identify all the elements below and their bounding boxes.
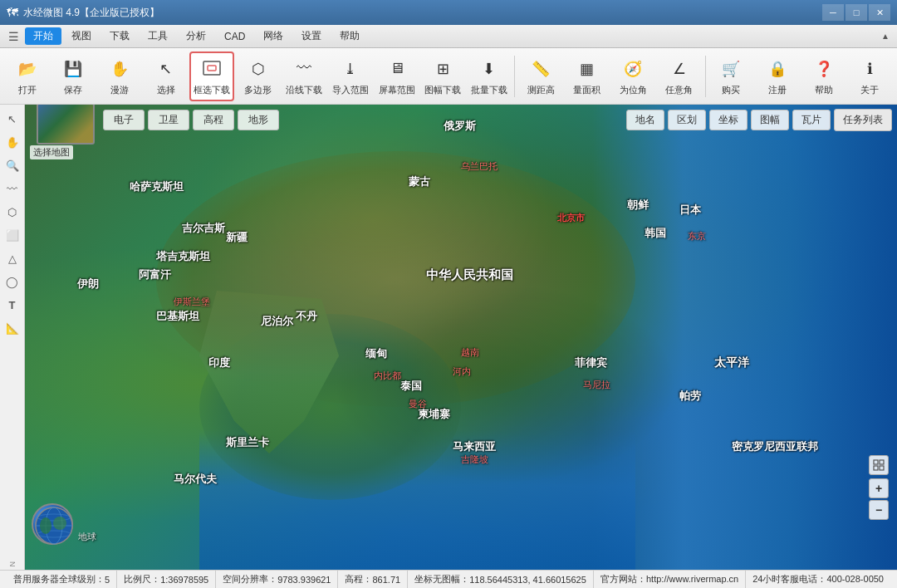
toolbar-separator-2 — [705, 56, 706, 97]
menu-item-view[interactable]: 视图 — [63, 27, 100, 46]
toolbar-screen-range-button[interactable]: 🖥 屏幕范围 — [375, 51, 419, 101]
purchase-icon: 🛒 — [718, 56, 743, 81]
toolbar-any-angle-button[interactable]: ∠ 任意角 — [657, 51, 702, 101]
toolbar-save-button[interactable]: 💾 保存 — [51, 51, 96, 101]
toolbar-filter-download-label: 框选下载 — [194, 84, 230, 96]
toolbar-measure-area-button[interactable]: ▦ 量面积 — [565, 51, 610, 101]
pan-icon: ✋ — [107, 56, 132, 81]
map-type-terrain-button[interactable]: 地形 — [238, 110, 279, 130]
left-tool-polygon[interactable]: ⬡ — [2, 201, 23, 223]
toolbar-orientation-label: 为位角 — [620, 84, 647, 96]
map-thumbnail[interactable] — [37, 105, 95, 145]
left-tool-rect[interactable]: ⬜ — [2, 224, 23, 246]
menu-collapse-button[interactable]: ▲ — [877, 28, 894, 45]
status-resolution: 空间分辨率： 9783.939621 — [216, 571, 338, 588]
toolbar-import-range-label: 导入范围 — [332, 84, 369, 96]
maximize-button[interactable]: □ — [846, 4, 867, 21]
status-server: 普用服务器全球 级别： 5 — [7, 571, 117, 588]
ocean-east — [592, 105, 898, 570]
left-panel: ↖ ✋ 🔍 〰 ⬡ ⬜ △ ◯ T 📐 N — [0, 105, 25, 570]
hamburger-menu[interactable]: ☰ — [3, 27, 23, 47]
toolbar-register-button[interactable]: 🔒 注册 — [755, 51, 800, 101]
left-tool-triangle[interactable]: △ — [2, 247, 23, 269]
toolbar-line-download-button[interactable]: 〰 沿线下载 — [282, 51, 327, 101]
toolbar-polygon-button[interactable]: ⬡ 多边形 — [236, 51, 281, 101]
open-icon: 📂 — [15, 56, 40, 81]
left-tool-select[interactable]: ↖ — [2, 108, 23, 130]
about-icon: ℹ — [857, 56, 882, 81]
map-nav-placename-button[interactable]: 地名 — [626, 110, 664, 130]
map-type-satellite-button[interactable]: 卫星 — [148, 110, 189, 130]
toolbar-filter-download-button[interactable]: 框选下载 — [189, 51, 234, 101]
toolbar: 📂 打开 💾 保存 ✋ 漫游 ↖ 选择 框选下载 ⬡ 多边形 〰 沿线下载 ⤓ … — [0, 48, 897, 105]
menubar: ☰ 开始 视图 下载 工具 分析 CAD 网络 设置 帮助 ▲ — [0, 25, 897, 48]
left-tool-text[interactable]: T — [2, 294, 23, 316]
toolbar-measure-area-label: 量面积 — [573, 84, 600, 96]
status-elevation: 高程： 861.71 — [338, 571, 408, 588]
svg-point-7 — [40, 517, 51, 534]
menu-item-cad[interactable]: CAD — [216, 28, 253, 45]
left-tool-measure[interactable]: 📐 — [2, 317, 23, 339]
close-button[interactable]: ✕ — [869, 4, 890, 21]
status-phone: 24小时客服电话：400-028-0050 — [746, 571, 890, 588]
globe-thumbnail[interactable] — [32, 503, 73, 545]
toolbar-select-button[interactable]: ↖ 选择 — [144, 51, 189, 101]
toolbar-any-angle-label: 任意角 — [665, 84, 693, 96]
toolbar-measure-height-button[interactable]: 📏 测距高 — [518, 51, 563, 101]
toolbar-map-download-button[interactable]: ⊞ 图幅下载 — [420, 51, 465, 101]
map-nav-division-button[interactable]: 区划 — [668, 110, 706, 130]
toolbar-save-label: 保存 — [64, 84, 82, 96]
save-icon: 💾 — [61, 56, 86, 81]
globe-label: 地球 — [78, 531, 96, 543]
orientation-icon: 🧭 — [620, 56, 645, 81]
svg-rect-0 — [203, 61, 220, 75]
left-tool-zoom[interactable]: 🔍 — [2, 154, 23, 176]
toolbar-pan-button[interactable]: ✋ 漫游 — [97, 51, 142, 101]
menu-item-tools[interactable]: 工具 — [140, 27, 176, 46]
menu-item-analysis[interactable]: 分析 — [178, 27, 214, 46]
left-tool-pan[interactable]: ✋ — [2, 131, 23, 153]
toolbar-purchase-button[interactable]: 🛒 购买 — [709, 51, 754, 101]
minimize-button[interactable]: ─ — [822, 4, 844, 21]
toolbar-batch-download-label: 批量下载 — [471, 84, 507, 96]
start-menu-button[interactable]: 开始 — [25, 27, 61, 45]
map-download-icon: ⊞ — [430, 56, 455, 81]
left-tool-line[interactable]: 〰 — [2, 178, 23, 199]
menu-item-help[interactable]: 帮助 — [331, 27, 368, 46]
titlebar: 🗺 水经微图 4.9【企业版已授权】 ─ □ ✕ — [0, 0, 897, 25]
toolbar-about-button[interactable]: ℹ 关于 — [847, 51, 892, 101]
svg-rect-11 — [874, 466, 878, 470]
toolbar-import-range-button[interactable]: ⤓ 导入范围 — [328, 51, 373, 101]
toolbar-screen-range-label: 屏幕范围 — [379, 84, 415, 96]
status-website-text: 官方网站：http://www.rivermap.cn — [600, 573, 738, 586]
map-type-electronic-button[interactable]: 电子 — [103, 110, 145, 130]
toolbar-polygon-label: 多边形 — [244, 84, 272, 96]
map-nav-coordinate-button[interactable]: 坐标 — [709, 110, 748, 130]
svg-rect-12 — [880, 466, 884, 470]
screen-range-icon: 🖥 — [385, 56, 409, 81]
resize-icon[interactable] — [869, 455, 889, 475]
map-type-elevation-button[interactable]: 高程 — [193, 110, 234, 130]
menu-item-settings[interactable]: 设置 — [293, 27, 330, 46]
zoom-out-button[interactable]: − — [869, 500, 889, 520]
map-view[interactable]: 选择地图 电子 卫星 高程 地形 地名 区划 坐标 图幅 瓦片 任务列表 俄罗斯… — [25, 105, 897, 570]
left-tool-circle[interactable]: ◯ — [2, 271, 23, 292]
svg-rect-1 — [208, 66, 216, 71]
status-scale-value: 1:36978595 — [160, 575, 208, 585]
status-coordinate-label: 坐标无图幅： — [414, 573, 469, 586]
task-list-button[interactable]: 任务列表 — [834, 109, 892, 131]
menu-item-network[interactable]: 网络 — [255, 27, 292, 46]
toolbar-help-button[interactable]: ❓ 帮助 — [801, 51, 846, 101]
toolbar-open-button[interactable]: 📂 打开 — [5, 51, 50, 101]
line-download-icon: 〰 — [292, 56, 316, 81]
toolbar-measure-height-label: 测距高 — [527, 84, 555, 96]
status-level-label: 级别： — [77, 573, 105, 586]
zoom-in-button[interactable]: + — [869, 478, 889, 498]
map-nav-mapsheet-button[interactable]: 图幅 — [751, 110, 789, 130]
toolbar-batch-download-button[interactable]: ⬇ 批量下载 — [467, 51, 512, 101]
zoom-controls: + − — [869, 455, 889, 520]
map-nav-tile-button[interactable]: 瓦片 — [792, 110, 831, 130]
menu-item-download[interactable]: 下载 — [101, 27, 138, 46]
map-thumbnail-label[interactable]: 选择地图 — [30, 145, 73, 159]
toolbar-orientation-button[interactable]: 🧭 为位角 — [611, 51, 656, 101]
